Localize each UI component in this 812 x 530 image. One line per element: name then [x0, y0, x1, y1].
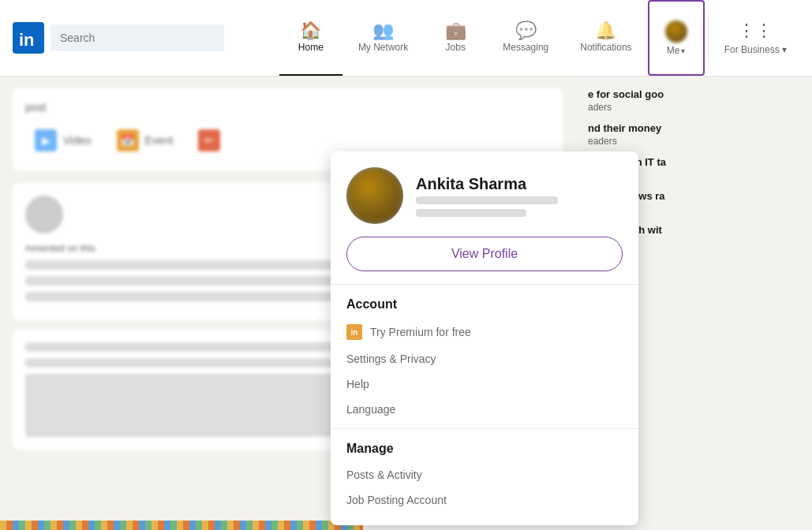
dropdown-divider-1: [331, 284, 638, 285]
dropdown-headline-2: [416, 209, 526, 217]
nav-divider: [708, 16, 709, 60]
nav-item-my-network[interactable]: 👥 My Network: [342, 0, 424, 76]
notifications-icon: 🔔: [595, 22, 616, 39]
nav-item-for-business[interactable]: ⋮⋮ For Business ▾: [712, 0, 799, 76]
event-icon: 📅: [117, 129, 139, 151]
news-item-1: nd their money eaders: [588, 122, 799, 147]
posts-activity-item[interactable]: Posts & Activity: [331, 462, 638, 487]
settings-privacy-item[interactable]: Settings & Privacy: [331, 346, 638, 371]
blurred-text-3: [25, 292, 340, 301]
video-label: Video: [63, 134, 92, 147]
article-icon: ✏: [198, 129, 220, 151]
nav-item-notifications[interactable]: 🔔 Notifications: [564, 0, 647, 76]
for-business-label: For Business ▾: [724, 44, 787, 55]
article-button[interactable]: ✏: [189, 123, 230, 158]
news-meta-0: aders: [588, 102, 799, 113]
posts-activity-label: Posts & Activity: [346, 468, 422, 481]
linkedin-logo: in: [13, 22, 44, 54]
settings-privacy-label: Settings & Privacy: [346, 353, 436, 365]
messaging-icon: 💬: [515, 22, 537, 39]
nav-home-label: Home: [298, 43, 324, 52]
job-posting-item[interactable]: Job Posting Account: [331, 487, 638, 513]
manage-section-title: Manage: [331, 435, 638, 462]
news-title-1: nd their money: [588, 122, 799, 134]
help-item[interactable]: Help: [331, 371, 638, 397]
svg-text:in: in: [19, 30, 35, 50]
dropdown-headline-1: [416, 196, 558, 204]
nav-me-label: Me: [667, 46, 680, 55]
video-button[interactable]: ▶ Video: [25, 123, 101, 158]
decorative-bar: [0, 521, 363, 530]
dropdown-user-name: Ankita Sharma: [416, 175, 623, 193]
grid-icon: ⋮⋮: [738, 21, 773, 41]
language-label: Language: [346, 403, 395, 416]
me-label-wrap: Me ▾: [667, 46, 686, 55]
for-business-chevron: ▾: [782, 44, 787, 55]
navbar: in 🏠 Home 👥 My Network 💼 Jobs 💬 Messagin…: [0, 0, 812, 76]
dropdown-avatar: [346, 167, 403, 224]
view-profile-button[interactable]: View Profile: [346, 237, 623, 271]
nav-item-home[interactable]: 🏠 Home: [279, 0, 342, 76]
search-input[interactable]: [51, 24, 224, 51]
nav-jobs-label: Jobs: [446, 43, 466, 52]
jobs-icon: 💼: [445, 22, 466, 39]
premium-icon: in: [346, 324, 362, 340]
news-title-0: e for social goo: [588, 88, 799, 100]
nav-network-label: My Network: [358, 43, 408, 52]
help-label: Help: [346, 378, 369, 390]
event-label: Event: [145, 134, 174, 147]
me-avatar: [665, 21, 687, 43]
feed-avatar-1: [25, 196, 63, 233]
nav-item-messaging[interactable]: 💬 Messaging: [487, 0, 564, 76]
chevron-down-icon: ▾: [681, 47, 685, 55]
job-posting-label: Job Posting Account: [346, 494, 447, 506]
dropdown-profile-section: Ankita Sharma: [331, 151, 638, 237]
dropdown-divider-2: [331, 428, 638, 429]
dropdown-user-info: Ankita Sharma: [416, 175, 623, 217]
my-network-icon: 👥: [372, 22, 394, 39]
video-icon: ▶: [35, 129, 57, 151]
language-item[interactable]: Language: [331, 397, 638, 422]
me-dropdown: Ankita Sharma View Profile Account in Tr…: [331, 151, 638, 525]
try-premium-label: Try Premium for free: [370, 326, 471, 338]
event-button[interactable]: 📅 Event: [107, 123, 183, 158]
home-icon: 🏠: [300, 22, 321, 39]
nav-notifications-label: Notifications: [580, 43, 631, 52]
post-label: post: [25, 101, 550, 114]
main-content: post ▶ Video 📅 Event ✏ mmented on this: [0, 76, 812, 530]
try-premium-item[interactable]: in Try Premium for free: [331, 318, 638, 346]
nav-item-jobs[interactable]: 💼 Jobs: [424, 0, 487, 76]
nav-item-me[interactable]: Me ▾: [648, 0, 705, 76]
nav-items: 🏠 Home 👥 My Network 💼 Jobs 💬 Messaging 🔔…: [279, 0, 799, 76]
nav-messaging-label: Messaging: [503, 43, 548, 52]
news-meta-1: eaders: [588, 136, 799, 147]
avatar-inner: [346, 167, 403, 224]
news-item-0: e for social goo aders: [588, 88, 799, 113]
account-section-title: Account: [331, 291, 638, 318]
